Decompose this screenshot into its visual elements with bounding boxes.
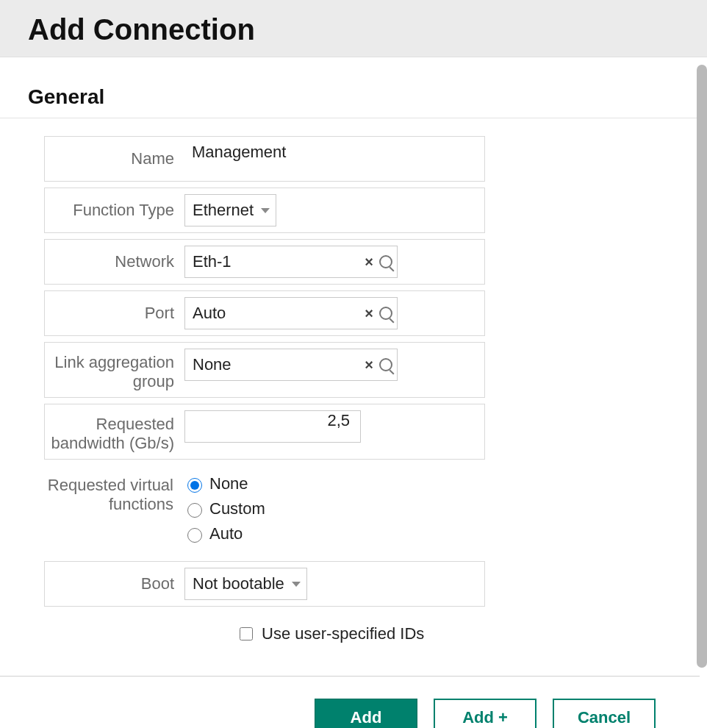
use-ids-checkbox[interactable]: [240, 627, 253, 640]
label-boot: Boot: [45, 574, 184, 593]
name-input[interactable]: Management: [184, 143, 456, 175]
row-boot: Boot Not bootable: [44, 561, 485, 607]
add-plus-button[interactable]: Add +: [434, 699, 536, 728]
rvf-option-none[interactable]: None: [184, 474, 265, 493]
rvf-auto-label: Auto: [209, 524, 243, 543]
row-function-type: Function Type Ethernet: [44, 188, 485, 233]
lag-value: None: [193, 355, 362, 374]
scrollbar[interactable]: [697, 65, 707, 721]
dialog-title: Add Connection: [28, 13, 707, 46]
rvf-radio-custom[interactable]: [187, 503, 202, 518]
label-function-type: Function Type: [45, 201, 184, 220]
chevron-down-icon: [292, 582, 301, 587]
rvf-none-label: None: [209, 474, 248, 493]
rvf-option-custom[interactable]: Custom: [184, 499, 265, 518]
chevron-down-icon: [261, 208, 270, 213]
cancel-button[interactable]: Cancel: [553, 699, 656, 728]
boot-value: Not bootable: [193, 574, 284, 593]
clear-icon[interactable]: ×: [362, 305, 376, 322]
row-name: Name Management: [44, 136, 485, 182]
dialog-footer: Add Add + Cancel: [0, 676, 700, 728]
network-picker[interactable]: Eth-1 ×: [184, 246, 398, 278]
row-lag: Link aggregation group None ×: [44, 342, 485, 398]
clear-icon[interactable]: ×: [362, 254, 376, 271]
lag-picker[interactable]: None ×: [184, 349, 398, 381]
rvf-radio-auto[interactable]: [187, 528, 202, 543]
boot-select[interactable]: Not bootable: [184, 568, 307, 600]
row-network: Network Eth-1 ×: [44, 239, 485, 285]
bandwidth-input[interactable]: 2,5: [184, 410, 361, 443]
label-lag: Link aggregation group: [45, 349, 184, 391]
row-port: Port Auto ×: [44, 290, 485, 336]
row-bandwidth: Requested bandwidth (Gb/s) 2,5: [44, 404, 485, 460]
rvf-custom-label: Custom: [209, 499, 265, 518]
label-rvf: Requested virtual functions: [44, 471, 184, 514]
clear-icon[interactable]: ×: [362, 357, 376, 374]
rvf-radio-group: None Custom Auto: [184, 471, 265, 549]
search-icon[interactable]: [379, 307, 392, 320]
rvf-option-auto[interactable]: Auto: [184, 524, 265, 543]
row-rvf: Requested virtual functions None Custom …: [44, 465, 485, 555]
network-value: Eth-1: [193, 252, 362, 271]
port-value: Auto: [193, 304, 362, 323]
label-port: Port: [45, 304, 184, 323]
scrollbar-thumb[interactable]: [697, 65, 707, 668]
function-type-value: Ethernet: [193, 201, 254, 220]
section-general-title: General: [0, 57, 700, 118]
search-icon[interactable]: [379, 358, 392, 371]
add-button[interactable]: Add: [315, 699, 417, 728]
function-type-select[interactable]: Ethernet: [184, 194, 276, 226]
rvf-radio-none[interactable]: [187, 478, 202, 493]
label-bandwidth: Requested bandwidth (Gb/s): [45, 410, 184, 453]
row-use-ids: Use user-specified IDs: [44, 613, 700, 643]
label-network: Network: [45, 252, 184, 271]
dialog-header: Add Connection: [0, 0, 707, 57]
label-name: Name: [45, 149, 184, 168]
search-icon[interactable]: [379, 255, 392, 268]
port-picker[interactable]: Auto ×: [184, 297, 398, 329]
use-ids-label: Use user-specified IDs: [262, 624, 424, 643]
